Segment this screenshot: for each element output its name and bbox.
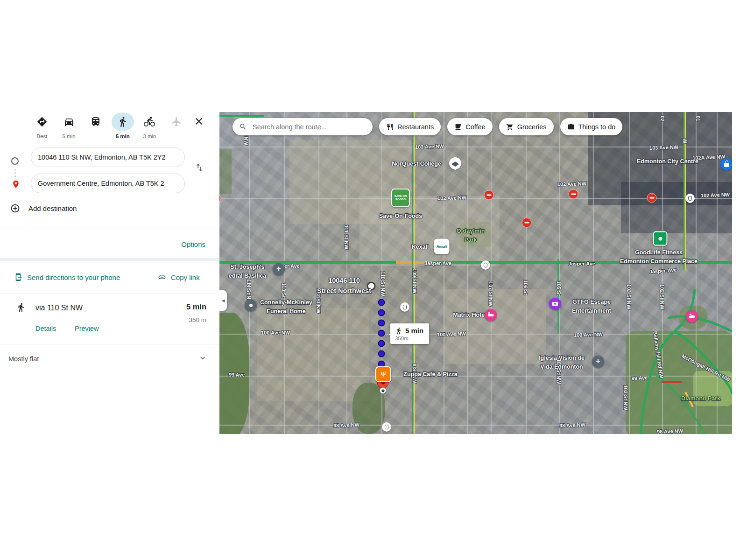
cross-pin-st-josephs[interactable]: + bbox=[273, 263, 285, 275]
chip-label: Groceries bbox=[517, 123, 547, 131]
preview-link[interactable]: Preview bbox=[75, 325, 99, 332]
transit-stop-icon[interactable] bbox=[400, 302, 409, 312]
route-duration: 5 min bbox=[186, 302, 206, 311]
road-label: 99 Ave bbox=[631, 375, 648, 381]
goodlife-pin-goodlife[interactable] bbox=[653, 231, 668, 246]
destination-input[interactable] bbox=[31, 174, 185, 193]
mode-transit[interactable] bbox=[84, 113, 108, 140]
road-label: 113 St bbox=[281, 283, 287, 298]
mode-label: 5 min bbox=[116, 133, 130, 140]
chevron-down-icon[interactable] bbox=[198, 353, 207, 363]
101-st-road bbox=[684, 112, 686, 271]
food-pin-zuppa[interactable]: Ψ bbox=[375, 366, 391, 382]
map-canvas[interactable]: 103 Ave NW103 Ave NW102 Ave NW102 Ave NW… bbox=[219, 112, 732, 434]
route-dot bbox=[378, 350, 385, 357]
map-texture bbox=[257, 308, 369, 401]
map-poi-saveon[interactable]: Save-On-Foods bbox=[379, 212, 422, 221]
transit-stop-icon[interactable] bbox=[382, 422, 391, 432]
close-directions-button[interactable] bbox=[193, 116, 204, 127]
options-link[interactable]: Options bbox=[181, 240, 205, 248]
street bbox=[559, 112, 560, 434]
cycling-icon bbox=[138, 113, 161, 131]
saveon-pin-saveon[interactable]: save on foods bbox=[391, 189, 410, 207]
send-directions-label: Send directions to your phone bbox=[27, 273, 120, 281]
map-poi-zuppa[interactable]: Zuppa Café & Pizza bbox=[403, 370, 457, 379]
road-label: 98 Ave NW bbox=[559, 422, 585, 428]
map-poi-st-josephs[interactable]: St. Joseph'sedral Basilica bbox=[229, 263, 267, 281]
street bbox=[318, 112, 319, 434]
map-poi-rexall[interactable]: Rexall bbox=[412, 243, 429, 252]
add-circle-icon bbox=[10, 203, 20, 213]
rail-dot bbox=[14, 172, 16, 174]
chip-label: Things to do bbox=[578, 123, 616, 131]
divider bbox=[0, 294, 219, 294]
road-label: 98 Ave NW bbox=[657, 428, 683, 434]
map-poi-diamond-park[interactable]: Diamond Park bbox=[681, 394, 720, 403]
origin-input[interactable] bbox=[31, 147, 185, 167]
directions-panel: Best5 min5 min3 min— Add destination Opt… bbox=[0, 112, 219, 434]
map-poi-norquest[interactable]: NorQuest College bbox=[392, 160, 441, 168]
map-poi-origin-address[interactable]: 10046 110Street Northwest bbox=[317, 275, 371, 296]
chip-restaurants[interactable]: Restaurants bbox=[379, 118, 441, 135]
destination-pin-icon bbox=[11, 180, 21, 189]
map-texture bbox=[444, 289, 546, 364]
road-label: 103 St NW bbox=[623, 385, 628, 410]
map-poi-city-centre[interactable]: Edmonton City Centre bbox=[637, 157, 698, 166]
tooltip-duration: 5 min bbox=[405, 327, 423, 335]
rexall-pin-rexall[interactable]: Rexall bbox=[434, 239, 450, 254]
copy-link-button[interactable]: Copy link bbox=[158, 273, 200, 281]
mode-label: 3 min bbox=[143, 133, 156, 140]
google-maps-directions-page: Best5 min5 min3 min— Add destination Opt… bbox=[0, 0, 747, 560]
swap-origin-destination-button[interactable] bbox=[194, 162, 204, 173]
road-closure-icon bbox=[522, 218, 532, 228]
map-poi-odaymin-park[interactable]: O-day'minPark bbox=[457, 227, 485, 245]
route-via-label[interactable]: via 110 St NW bbox=[35, 304, 83, 312]
mode-flight[interactable]: — bbox=[164, 113, 189, 140]
road-label: 103 St NW bbox=[626, 284, 632, 309]
route-duration-tooltip[interactable]: 5 min 350m bbox=[390, 323, 429, 344]
add-destination-button[interactable]: Add destination bbox=[10, 203, 77, 213]
hotel-pin-crowne-hotel[interactable] bbox=[686, 310, 698, 322]
send-directions-button[interactable]: Send directions to your phone bbox=[14, 273, 120, 281]
transit-stop-icon[interactable] bbox=[685, 194, 695, 203]
search-along-route[interactable] bbox=[233, 118, 373, 135]
road-closure-icon bbox=[484, 190, 494, 200]
best-icon bbox=[31, 113, 53, 131]
driving-icon bbox=[58, 113, 80, 131]
map-poi-iglesia[interactable]: Iglesia Vision deVida Edmonton bbox=[539, 354, 585, 372]
school-pin-norquest[interactable]: ◆ bbox=[449, 157, 461, 169]
map-poi-gtfo-escape[interactable]: GTFO EscapeEntertainment bbox=[572, 298, 611, 316]
mode-walking[interactable]: 5 min bbox=[111, 113, 135, 140]
cross-pin-iglesia[interactable]: + bbox=[592, 356, 604, 368]
flight-icon bbox=[165, 113, 188, 131]
rail-dot bbox=[14, 169, 16, 170]
mode-best[interactable]: Best bbox=[30, 113, 54, 140]
map-poi-connelly-mckinley[interactable]: Connelly-McKinleyFuneral Home bbox=[260, 298, 312, 316]
mode-driving[interactable]: 5 min bbox=[57, 113, 81, 140]
street bbox=[467, 112, 468, 434]
details-link[interactable]: Details bbox=[35, 325, 56, 332]
mode-cycling[interactable]: 3 min bbox=[137, 113, 162, 140]
chip-label: Restaurants bbox=[397, 123, 434, 131]
chip-things-to-do[interactable]: Things to do bbox=[560, 118, 623, 135]
map-poi-goodlife[interactable]: GoodLife FitnessEdmonton Commerce Place bbox=[620, 248, 698, 266]
hotel-pin-matrix-hotel[interactable] bbox=[485, 309, 497, 321]
map-poi-matrix-hotel[interactable]: Matrix Hotel bbox=[453, 311, 486, 320]
chip-groceries[interactable]: Groceries bbox=[499, 118, 554, 135]
divider bbox=[0, 344, 219, 344]
road-label: 109 St NW bbox=[412, 268, 417, 294]
cart-icon bbox=[506, 123, 514, 131]
road-label: Jasper Ave bbox=[568, 261, 595, 266]
dotpin-pin-connelly-mckinley[interactable] bbox=[245, 299, 257, 311]
search-input[interactable] bbox=[252, 123, 366, 131]
bag-pin-city-centre[interactable] bbox=[720, 158, 732, 170]
road-label: 102 Ave NW bbox=[437, 195, 466, 201]
collapse-panel-tab[interactable]: ◀ bbox=[219, 290, 227, 311]
chip-coffee[interactable]: Coffee bbox=[447, 118, 492, 135]
divider-band bbox=[0, 258, 219, 261]
link-icon bbox=[158, 273, 166, 281]
road-label: 102 Ave NW bbox=[701, 192, 730, 198]
transit-stop-icon[interactable] bbox=[481, 260, 490, 270]
camera-pin-gtfo-escape[interactable] bbox=[549, 298, 561, 310]
route-dot bbox=[378, 309, 385, 316]
